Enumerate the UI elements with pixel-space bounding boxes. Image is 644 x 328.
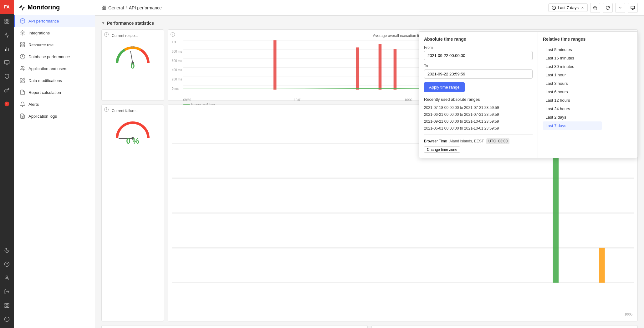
nav-icon-menu[interactable] (0, 299, 14, 312)
exec-over-time-card: i Execution time per endpoint over time … (371, 325, 638, 328)
total-execution-card: i Total execution time per endpoint GRAP… (101, 325, 368, 328)
current-failure-card: i Current failure... 0 % (101, 105, 164, 321)
nav-icon-monitoring[interactable] (0, 29, 14, 41)
info-icon-2[interactable]: i (171, 32, 175, 37)
sidebar-item-database-performance[interactable]: Database performance (14, 51, 95, 63)
sidebar-item-alerts[interactable]: Alerts (14, 98, 95, 110)
nav-icon-dashboard[interactable] (0, 15, 14, 28)
from-input[interactable] (424, 51, 533, 60)
change-timezone-button[interactable]: Change time zone (424, 146, 460, 153)
sidebar-item-application-users[interactable]: Application and users (14, 63, 95, 74)
sidebar-item-resource-use[interactable]: Resource use (14, 39, 95, 51)
svg-rect-68 (599, 248, 605, 283)
rel-30min[interactable]: Last 30 minutes (543, 62, 602, 71)
absolute-time-panel: Absolute time range From To Apply time r… (419, 32, 538, 158)
nav-icon-screen[interactable] (0, 56, 14, 69)
sidebar-label-report-calculation: Report calculation (28, 90, 61, 95)
monitor-icon (631, 6, 635, 10)
fullscreen-button[interactable] (628, 3, 638, 13)
chevron-down-icon (618, 6, 622, 10)
svg-point-12 (7, 105, 7, 105)
to-input[interactable] (424, 69, 533, 79)
svg-rect-19 (8, 306, 9, 308)
rel-3hr[interactable]: Last 3 hours (543, 79, 602, 88)
nav-icon-user[interactable] (0, 272, 14, 284)
svg-rect-42 (631, 6, 635, 8)
avg-y-axis: 0 ms 200 ms 400 ms 600 ms 800 ms 1 s (172, 40, 183, 97)
rel-24hr[interactable]: Last 24 hours (543, 105, 602, 113)
recent-range-2[interactable]: 2021-09-21 00:00:00 to 2021-10-01 23:59:… (424, 118, 533, 125)
recent-range-3[interactable]: 2021-06-01 00:00:00 to 2021-10-01 23:59:… (424, 125, 533, 132)
svg-rect-17 (5, 303, 6, 305)
rel-5min[interactable]: Last 5 minutes (543, 45, 602, 54)
performance-stats-section: ▼ Performance statistics (101, 21, 638, 26)
recent-range-0[interactable]: 2021-07-18 00:00:00 to 2021-07-21 23:59:… (424, 104, 533, 111)
nav-icon-help[interactable] (0, 258, 14, 270)
sidebar-item-api-performance[interactable]: API performance (14, 15, 95, 27)
chevron-up-icon (580, 6, 584, 10)
y-800: 800 ms (172, 50, 182, 53)
apply-time-range-button[interactable]: Apply time range (424, 82, 465, 92)
api-performance-icon (20, 18, 25, 24)
chevron-icon: ▼ (101, 21, 105, 25)
section-title-text: Performance statistics (107, 21, 154, 26)
svg-rect-20 (5, 306, 6, 308)
sidebar-label-database-performance: Database performance (28, 54, 70, 59)
rel-6hr[interactable]: Last 6 hours (543, 88, 602, 96)
nav-icon-moon[interactable] (0, 244, 14, 257)
failure-card-title: Current failure... (105, 109, 160, 113)
rel-1hr[interactable]: Last 1 hour (543, 71, 602, 79)
nav-icon-shield[interactable] (0, 70, 14, 83)
svg-rect-56 (273, 40, 277, 90)
sidebar-item-application-logs[interactable]: Application logs (14, 110, 95, 122)
x-1001: 10/01 (294, 98, 302, 102)
time-range-label: Last 7 days (558, 5, 579, 10)
sidebar-label-data-modifications: Data modifications (28, 78, 62, 83)
refresh-icon (606, 6, 610, 10)
rel-7days[interactable]: Last 7 days (543, 121, 602, 130)
sidebar-item-integrations[interactable]: Integrations (14, 27, 95, 39)
x-1002: 10/02 (405, 98, 412, 102)
to-label: To (424, 64, 533, 68)
time-range-button[interactable]: Last 7 days (548, 3, 588, 12)
rel-2days[interactable]: Last 2 days (543, 113, 602, 121)
clock-icon (552, 6, 556, 10)
sidebar-item-report-calculation[interactable]: Report calculation (14, 86, 95, 98)
info-icon-1[interactable]: i (104, 32, 109, 37)
svg-rect-34 (102, 6, 104, 8)
sidebar-item-data-modifications[interactable]: Data modifications (14, 74, 95, 86)
svg-rect-3 (5, 22, 6, 23)
recent-range-1[interactable]: 2021-06-21 00:00:00 to 2021-07-21 23:59:… (424, 111, 533, 118)
sidebar-label-api-performance: API performance (28, 19, 59, 23)
main-header: General / API performance Last 7 days (95, 0, 644, 16)
svg-rect-18 (8, 303, 9, 305)
time-dropdown: Absolute time range From To Apply time r… (419, 31, 638, 158)
refresh-button[interactable] (603, 3, 613, 13)
breadcrumb-current: API performance (129, 5, 162, 10)
nav-icon-stats[interactable] (0, 43, 14, 55)
y-200: 200 ms (172, 78, 182, 81)
from-label: From (424, 45, 533, 50)
svg-text:0.5: 0.5 (131, 46, 135, 49)
gauge-1: 0 0.5 1 0 (105, 40, 160, 73)
breadcrumb-general: General (108, 5, 124, 10)
info-icon-3[interactable]: i (104, 107, 109, 112)
nav-icon-logout[interactable] (0, 285, 14, 298)
abs-panel-title: Absolute time range (424, 37, 533, 42)
svg-rect-35 (104, 6, 106, 8)
nav-icon-info[interactable] (0, 313, 14, 325)
nav-icon-alert[interactable] (0, 98, 14, 110)
sidebar-header: Monitoring (14, 0, 95, 15)
nav-icon-key[interactable] (0, 84, 14, 96)
rel-12hr[interactable]: Last 12 hours (543, 96, 602, 105)
browser-time-label: Browser Time (424, 139, 447, 143)
rel-15min[interactable]: Last 15 minutes (543, 54, 602, 62)
zoom-out-button[interactable] (590, 3, 600, 13)
sidebar-label-resource-use: Resource use (28, 43, 54, 47)
relative-time-panel: Relative time ranges Last 5 minutes Last… (538, 32, 607, 158)
svg-rect-29 (20, 45, 22, 47)
svg-rect-7 (5, 60, 9, 64)
dropdown-button[interactable] (615, 3, 625, 13)
utc-badge: UTC+03:00 (486, 138, 509, 144)
svg-rect-1 (8, 19, 9, 21)
